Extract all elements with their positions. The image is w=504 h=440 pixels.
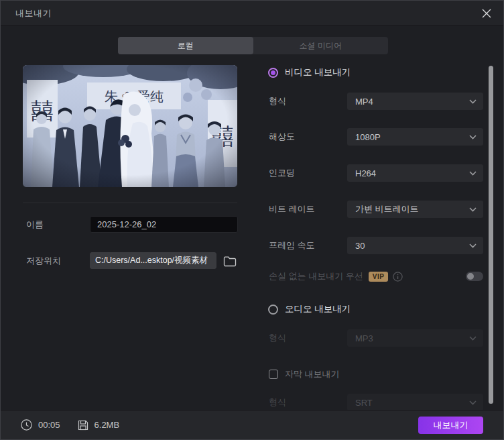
close-icon <box>482 9 491 18</box>
encoder-dropdown[interactable]: H264 <box>347 164 483 182</box>
subtitle-format-dropdown: SRT <box>347 394 483 411</box>
resolution-label: 해상도 <box>269 131 295 143</box>
duration-meta: 00:05 <box>21 419 60 431</box>
video-preview-thumbnail: 囍 囍 朱 ❀ 爱纯 <box>23 65 237 187</box>
dialog-title: 내보내기 <box>15 7 52 19</box>
name-label: 이름 <box>26 219 44 231</box>
chevron-down-icon <box>469 99 477 104</box>
checkbox-unchecked-icon[interactable] <box>269 370 278 379</box>
chevron-down-icon <box>469 171 477 176</box>
wedding-photo-illustration: 囍 囍 朱 ❀ 爱纯 <box>23 65 237 187</box>
video-format-row: 형식 MP4 <box>269 93 483 110</box>
export-dialog: 내보내기 로컬 소셜 미디어 <box>0 0 504 440</box>
audio-export-label: 오디오 내보내기 <box>285 303 351 315</box>
audio-format-dropdown: MP3 <box>347 329 483 347</box>
left-panel-divider <box>23 203 237 203</box>
resolution-dropdown[interactable]: 1080P <box>347 128 483 146</box>
save-icon <box>78 420 88 431</box>
chevron-down-icon <box>469 336 477 341</box>
subtitle-export-option[interactable]: 자막 내보내기 <box>269 368 340 380</box>
info-icon[interactable] <box>393 272 403 282</box>
footer-bar: 00:05 6.2MB 내보내기 <box>1 410 503 439</box>
browse-folder-button[interactable] <box>221 252 238 269</box>
clock-icon <box>21 419 32 431</box>
lossless-label: 손실 없는 내보내기 우선 <box>269 270 363 282</box>
resolution-row: 해상도 1080P <box>269 128 483 146</box>
video-export-label: 비디오 내보내기 <box>285 66 351 78</box>
chevron-down-icon <box>469 243 477 248</box>
radio-selected-icon[interactable] <box>268 68 278 78</box>
tab-social-media[interactable]: 소셜 미디어 <box>253 37 389 54</box>
encoder-row: 인코딩 H264 <box>269 164 483 182</box>
filesize-meta: 6.2MB <box>78 420 120 431</box>
vertical-scrollbar[interactable] <box>489 66 493 404</box>
chevron-down-icon <box>469 207 477 212</box>
lossless-export-row: 손실 없는 내보내기 우선 VIP <box>269 269 483 284</box>
subtitle-format-label: 형식 <box>269 396 286 408</box>
subtitle-format-row: 형식 SRT <box>269 394 483 411</box>
export-button[interactable]: 내보내기 <box>418 417 483 434</box>
export-target-tabs: 로컬 소셜 미디어 <box>118 37 388 54</box>
duration-value: 00:05 <box>38 420 60 430</box>
save-location-input[interactable] <box>90 252 216 269</box>
lossless-toggle[interactable] <box>466 272 483 281</box>
chevron-down-icon <box>469 135 477 140</box>
folder-icon <box>223 255 237 267</box>
audio-export-option[interactable]: 오디오 내보내기 <box>268 303 351 315</box>
video-export-option[interactable]: 비디오 내보내기 <box>268 66 351 78</box>
file-name-input[interactable] <box>90 216 238 233</box>
format-label: 형식 <box>269 95 286 107</box>
radio-unselected-icon[interactable] <box>268 305 278 315</box>
chevron-down-icon <box>469 400 477 405</box>
bitrate-row: 비트 레이트 가변 비트레이트 <box>269 201 483 218</box>
filesize-value: 6.2MB <box>94 420 120 430</box>
bitrate-dropdown[interactable]: 가변 비트레이트 <box>347 201 483 218</box>
framerate-dropdown[interactable]: 30 <box>347 237 483 254</box>
audio-format-label: 형식 <box>269 332 286 344</box>
audio-format-row: 형식 MP3 <box>269 329 483 347</box>
framerate-row: 프레임 속도 30 <box>269 237 483 254</box>
close-button[interactable] <box>479 6 494 21</box>
subtitle-export-label: 자막 내보내기 <box>285 368 340 380</box>
framerate-label: 프레임 속도 <box>269 239 315 252</box>
bitrate-label: 비트 레이트 <box>269 203 315 215</box>
encoder-label: 인코딩 <box>269 167 295 179</box>
tab-local[interactable]: 로컬 <box>118 37 253 54</box>
video-format-dropdown[interactable]: MP4 <box>347 93 483 110</box>
vip-badge: VIP <box>369 272 389 282</box>
title-bar: 내보내기 <box>1 1 503 26</box>
save-location-label: 저장위치 <box>26 255 61 267</box>
